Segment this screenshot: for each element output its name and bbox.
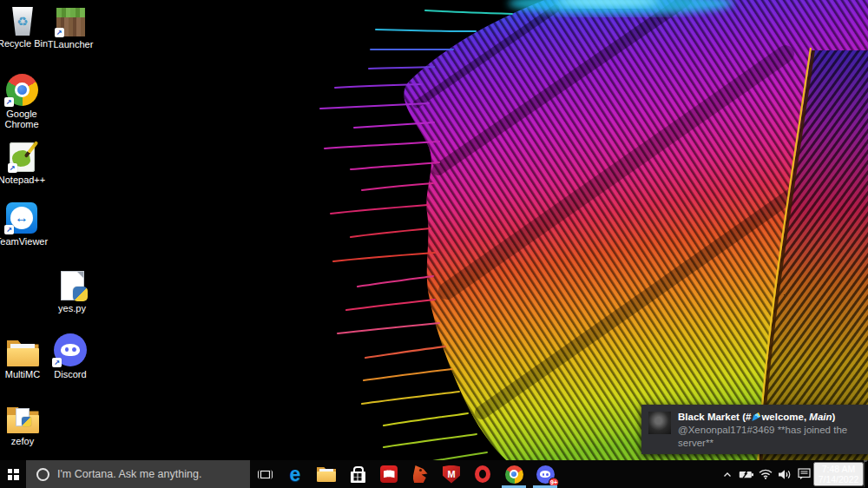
- desktop-icon-teamviewer[interactable]: ↔ ↗ TeamViewer: [0, 201, 55, 247]
- icon-label: Notepad++: [0, 175, 45, 185]
- clock-time: 7:48 AM: [815, 464, 862, 474]
- desktop-icon-discord[interactable]: ↗ Discord: [37, 333, 103, 379]
- tray-battery-button[interactable]: [737, 460, 756, 488]
- taskbar-app-orange-app[interactable]: [404, 460, 436, 488]
- discord-icon: ↗: [54, 333, 87, 366]
- shortcut-arrow-icon: ↗: [8, 163, 17, 173]
- taskbar-app-edge[interactable]: e: [279, 460, 311, 488]
- chrome-icon: ↗: [6, 74, 38, 106]
- clock-date: 7/14/2022: [815, 474, 862, 485]
- wifi-icon: [759, 469, 773, 479]
- shortcut-arrow-icon: ↗: [4, 225, 14, 234]
- icon-label: Google Chrome: [0, 109, 54, 129]
- icon-label: Discord: [54, 369, 86, 379]
- icon-label: TLauncher: [48, 39, 94, 49]
- tray-wifi-button[interactable]: [756, 460, 775, 488]
- recycle-bin-icon: ♻: [11, 7, 35, 36]
- discord-notification-badge: 9+: [549, 478, 559, 487]
- folder-icon: [7, 340, 39, 366]
- icon-label: zefoy: [11, 436, 34, 446]
- notepad-plus-plus-icon: ↗: [10, 142, 35, 172]
- taskbar-app-mcafee[interactable]: M: [436, 460, 467, 488]
- discord-notification[interactable]: Black Market (#welcome, Main) @Xenonpal1…: [641, 405, 868, 454]
- teamviewer-icon: ↔ ↗: [6, 202, 37, 234]
- action-center-icon: [798, 468, 811, 480]
- desktop-icon-zefoy[interactable]: zefoy: [0, 400, 56, 446]
- system-tray: 7:48 AM 7/14/2022: [718, 460, 868, 488]
- taskbar-app-file-explorer[interactable]: [311, 460, 342, 488]
- notification-body: @Xenonpal171#3469 **has joined the serve…: [678, 424, 860, 450]
- icon-label: yes.py: [58, 303, 86, 313]
- folder-icon: [7, 407, 39, 433]
- notification-title: Black Market (#welcome, Main): [678, 411, 860, 424]
- orange-app-icon: [413, 465, 428, 483]
- search-input[interactable]: [57, 468, 235, 480]
- taskbar-app-chrome[interactable]: [498, 460, 529, 488]
- opera-icon: [475, 465, 490, 483]
- edge-icon: e: [290, 465, 301, 483]
- shortcut-arrow-icon: ↗: [52, 358, 62, 367]
- taskbar-clock[interactable]: 7:48 AM 7/14/2022: [813, 462, 864, 486]
- tlauncher-icon: ↗: [56, 8, 85, 36]
- chevron-up-icon: [722, 471, 733, 478]
- desktop-icon-tlauncher[interactable]: ↗ TLauncher: [37, 3, 103, 49]
- show-desktop-button[interactable]: [864, 460, 868, 488]
- tray-action-center-button[interactable]: [794, 460, 813, 488]
- task-view-icon: [258, 468, 273, 481]
- mcafee-shield-icon: M: [443, 465, 460, 484]
- shortcut-arrow-icon: ↗: [55, 28, 64, 37]
- icon-label: TeamViewer: [0, 236, 48, 247]
- desktop-icon-notepad-plus-plus[interactable]: ↗ Notepad++: [0, 139, 55, 185]
- task-view-button[interactable]: [250, 460, 279, 488]
- shortcut-arrow-icon: ↗: [4, 97, 14, 107]
- taskbar-app-microsoft-store[interactable]: [342, 460, 373, 488]
- python-file-icon: [61, 271, 84, 300]
- taskbar-app-discord[interactable]: 9+: [529, 460, 561, 488]
- desktop-icon-google-chrome[interactable]: ↗ Google Chrome: [0, 73, 55, 129]
- wallpaper-feather: [0, 0, 868, 460]
- desktop-icon-yes-py[interactable]: yes.py: [39, 267, 105, 313]
- desktop-screen: ♻ Recycle Bin ↗ TLauncher ↗ Google Chrom…: [0, 0, 868, 488]
- start-button[interactable]: [0, 460, 26, 488]
- party-popper-emoji: [752, 412, 760, 421]
- battery-icon: [739, 470, 754, 479]
- cortana-search-box[interactable]: [26, 460, 250, 488]
- taskbar: e M 9+: [0, 460, 868, 488]
- tray-volume-button[interactable]: [775, 460, 794, 488]
- windows-logo-icon: [8, 469, 19, 480]
- icon-label: MultiMC: [5, 369, 40, 379]
- tray-chevron-button[interactable]: [718, 460, 737, 488]
- speaker-icon: [778, 469, 792, 480]
- taskbar-app-opera[interactable]: [467, 460, 498, 488]
- red-book-app-icon: [380, 465, 398, 483]
- taskbar-app-red-book-app[interactable]: [373, 460, 404, 488]
- file-explorer-icon: [317, 467, 336, 482]
- server-avatar: [648, 412, 671, 434]
- python-file-icon: [16, 408, 30, 426]
- chrome-icon: [505, 465, 523, 484]
- microsoft-store-icon: [351, 466, 365, 483]
- cortana-icon: [36, 468, 49, 481]
